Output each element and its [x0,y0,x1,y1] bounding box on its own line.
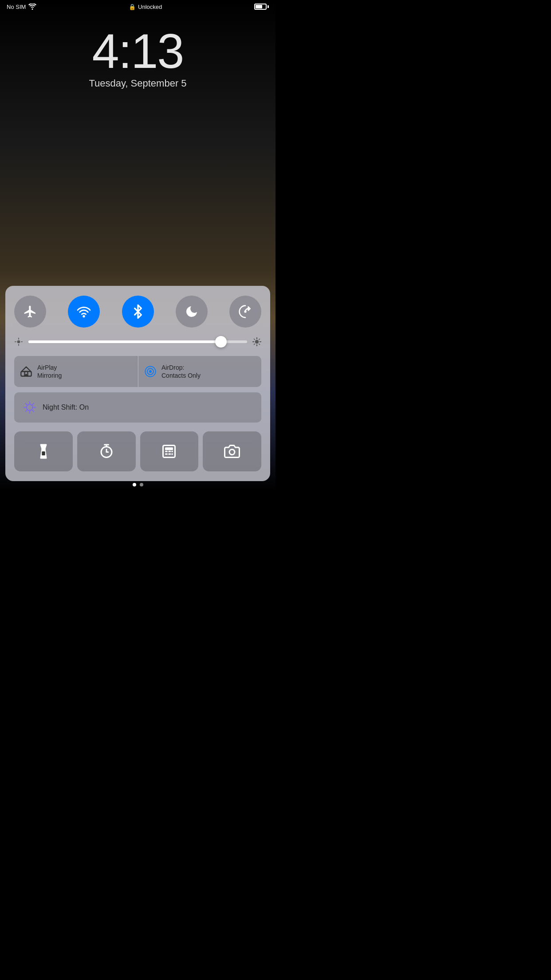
night-shift-icon [23,401,36,414]
svg-line-27 [32,410,34,411]
airplay-button[interactable]: AirPlayMirroring [14,356,138,387]
airdrop-button[interactable]: AirDrop:Contacts Only [138,356,261,387]
control-center: AirPlayMirroring AirDrop:Contacts Only [5,286,270,481]
carrier-label: No SIM [7,4,26,10]
status-center: 🔒 Unlocked [129,4,162,10]
camera-icon [224,443,240,459]
clock-area: 4:13 Tuesday, September 5 [0,27,276,89]
svg-point-45 [165,454,167,455]
airdrop-label: AirDrop:Contacts Only [161,364,201,379]
svg-line-28 [26,410,27,411]
bluetooth-button[interactable] [122,296,154,328]
svg-rect-30 [42,451,45,455]
lock-label: Unlocked [138,4,162,10]
status-left: No SIM [7,4,36,10]
svg-point-47 [172,454,173,455]
airplane-mode-button[interactable] [14,296,46,328]
toggle-row [14,296,261,328]
flashlight-button[interactable] [14,431,73,471]
svg-line-15 [259,339,260,340]
svg-point-49 [229,450,235,455]
timer-icon [98,443,114,459]
svg-point-46 [169,454,170,455]
brightness-min-icon [14,337,23,346]
timer-button[interactable] [77,431,136,471]
page-dot-1 [133,483,136,486]
wifi-icon [77,304,91,319]
svg-line-26 [26,403,27,405]
calculator-icon [161,443,177,459]
battery-icon [254,4,269,10]
svg-point-42 [165,451,167,452]
svg-point-21 [27,404,33,411]
flashlight-icon [35,443,51,459]
status-bar: No SIM 🔒 Unlocked [0,0,276,13]
brightness-thumb[interactable] [215,336,227,348]
camera-button[interactable] [203,431,261,471]
night-shift-button[interactable]: Night Shift: On [14,392,261,423]
moon-icon [185,304,199,319]
svg-point-1 [245,311,246,312]
lock-icon: 🔒 [129,4,136,10]
svg-line-12 [254,339,255,340]
brightness-slider[interactable] [28,340,247,343]
svg-line-13 [259,344,260,345]
bluetooth-icon [131,304,145,319]
svg-line-29 [32,403,34,405]
brightness-row [14,337,261,346]
svg-point-44 [172,451,173,452]
do-not-disturb-button[interactable] [176,296,208,328]
brightness-max-icon [252,337,261,346]
svg-point-43 [169,451,170,452]
rotation-lock-icon [238,304,252,319]
airplay-icon [20,365,33,378]
page-dots [0,483,276,486]
svg-point-2 [17,340,20,344]
wifi-button[interactable] [68,296,100,328]
svg-line-14 [254,344,255,345]
svg-point-0 [83,315,85,317]
brightness-fill [28,340,221,343]
airplane-icon [23,304,37,319]
airdrop-icon [144,365,157,378]
night-shift-label: Night Shift: On [43,403,89,411]
wifi-status-icon [28,4,36,10]
svg-rect-48 [165,447,173,450]
svg-point-20 [149,370,152,373]
page-dot-2 [140,483,143,486]
clock-date: Tuesday, September 5 [0,78,276,89]
airplay-label: AirPlayMirroring [37,364,62,379]
svg-point-7 [255,340,259,344]
status-right [254,4,269,10]
rotation-lock-button[interactable] [229,296,261,328]
quick-actions-row [14,431,261,471]
media-row: AirPlayMirroring AirDrop:Contacts Only [14,356,261,387]
clock-time: 4:13 [0,27,276,75]
calculator-button[interactable] [140,431,199,471]
